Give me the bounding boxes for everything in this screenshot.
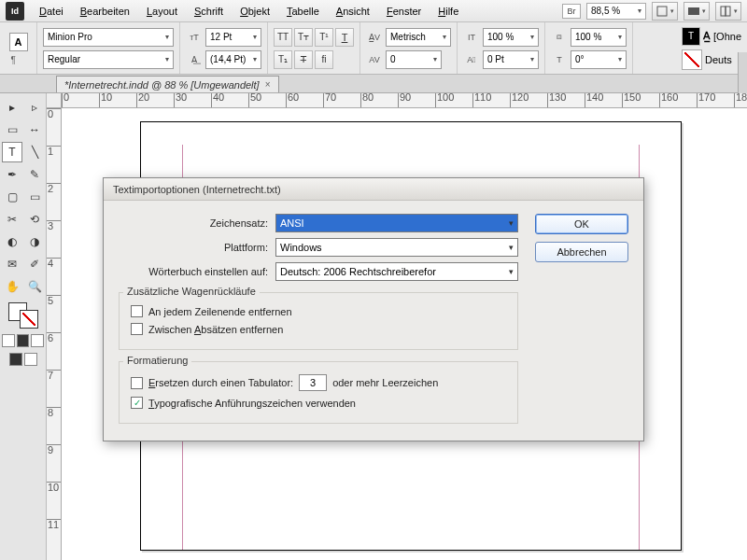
ligature-button[interactable]: fi xyxy=(315,50,333,69)
char-style-label: [Ohne xyxy=(713,31,741,42)
zeichensatz-label: Zeichensatz: xyxy=(119,217,268,229)
fill-stroke-swatch[interactable] xyxy=(8,302,38,329)
menu-schrift[interactable]: Schrift xyxy=(187,3,231,20)
hand-tool[interactable]: ✋ xyxy=(2,276,22,297)
gradient-feather-tool[interactable]: ◑ xyxy=(24,231,45,252)
svg-rect-0 xyxy=(657,7,667,16)
screen-mode-button[interactable] xyxy=(684,2,710,21)
underline-button[interactable]: T xyxy=(335,28,354,47)
pencil-tool[interactable]: ✎ xyxy=(24,164,45,185)
menu-bearbeiten[interactable]: Bearbeiten xyxy=(73,3,137,20)
gradient-swatch-tool[interactable]: ◐ xyxy=(2,231,22,252)
control-bar: A ¶ Minion Pro Regular тT12 Pt A͟(14,4 P… xyxy=(0,22,747,75)
superscript-button[interactable]: T¹ xyxy=(315,28,333,47)
menu-layout[interactable]: Layout xyxy=(139,3,185,20)
menu-datei[interactable]: Datei xyxy=(32,3,71,20)
leading-combo[interactable]: (14,4 Pt) xyxy=(205,50,261,69)
svg-rect-3 xyxy=(726,7,730,16)
baseline-icon: Aͣ xyxy=(463,55,480,64)
document-tab-label: *Internetrecht.indd @ 88 % [Umgewandelt] xyxy=(64,79,260,91)
panel-dock[interactable] xyxy=(738,52,747,93)
paragraph-mode-button[interactable]: ¶ xyxy=(11,55,26,64)
skew-icon: T xyxy=(551,55,568,64)
plattform-label: Plattform: xyxy=(119,242,268,253)
font-size-icon: тT xyxy=(186,33,203,42)
text-import-options-dialog: Textimportoptionen (Internetrecht.txt) Z… xyxy=(103,177,644,441)
kerning-combo[interactable]: Metrisch xyxy=(386,28,451,47)
gap-tool[interactable]: ↔ xyxy=(24,119,45,140)
dialog-titlebar[interactable]: Textimportoptionen (Internetrecht.txt) xyxy=(104,178,643,201)
font-size-combo[interactable]: 12 Pt xyxy=(205,28,261,47)
font-family-combo[interactable]: Minion Pro xyxy=(43,28,174,47)
vscale-icon: IT xyxy=(463,33,480,42)
arrange-button[interactable] xyxy=(715,2,741,21)
free-transform-tool[interactable]: ⟲ xyxy=(24,209,45,230)
baseline-combo[interactable]: 0 Pt xyxy=(483,50,539,69)
apply-gradient-button[interactable] xyxy=(17,334,30,347)
rectangle-tool[interactable]: ▭ xyxy=(24,187,45,207)
allcaps-button[interactable]: TT xyxy=(274,28,292,47)
remove-eol-checkbox[interactable] xyxy=(131,305,143,317)
language-label: Deuts xyxy=(705,54,732,65)
hscale-icon: ⧈ xyxy=(551,32,568,42)
apply-color-button[interactable] xyxy=(2,334,15,347)
dialog-title: Textimportoptionen (Internetrecht.txt) xyxy=(113,184,281,195)
spaces-count-input[interactable] xyxy=(299,374,327,391)
menu-tabelle[interactable]: Tabelle xyxy=(279,3,327,20)
selection-tool[interactable]: ▸ xyxy=(2,97,22,118)
document-tab-strip: *Internetrecht.indd @ 88 % [Umgewandelt]… xyxy=(0,75,747,93)
woerterbuch-dropdown[interactable]: Deutsch: 2006 Rechtschreiberefor xyxy=(275,262,518,281)
bridge-icon[interactable]: Br xyxy=(562,4,581,19)
preview-view-button[interactable] xyxy=(24,353,37,366)
font-style-combo[interactable]: Regular xyxy=(43,50,174,69)
vscale-combo[interactable]: 100 % xyxy=(483,28,539,47)
skew-combo[interactable]: 0° xyxy=(571,50,627,69)
note-tool[interactable]: ✉ xyxy=(2,254,22,274)
menu-fenster[interactable]: Fenster xyxy=(379,3,429,20)
horizontal-ruler[interactable]: 0102030405060708090100110120130140150160… xyxy=(62,93,747,108)
fill-color-button[interactable]: T xyxy=(682,27,700,46)
zoom-tool[interactable]: 🔍 xyxy=(24,276,45,297)
pen-tool[interactable]: ✒ xyxy=(2,164,22,185)
strikethrough-button[interactable]: T̶ xyxy=(294,50,313,69)
replace-tab-label-pre: Ersetzen durch einen Tabulator: xyxy=(148,377,293,388)
line-tool[interactable]: ╲ xyxy=(24,142,45,162)
cancel-button[interactable]: Abbrechen xyxy=(535,242,628,262)
stroke-swatch[interactable] xyxy=(20,310,38,329)
direct-selection-tool[interactable]: ▹ xyxy=(24,97,45,118)
stroke-color-button[interactable] xyxy=(682,49,702,70)
document-tab[interactable]: *Internetrecht.indd @ 88 % [Umgewandelt]… xyxy=(56,76,279,92)
scissors-tool[interactable]: ✂ xyxy=(2,209,22,230)
apply-none-button[interactable] xyxy=(31,334,44,347)
hscale-combo[interactable]: 100 % xyxy=(571,28,627,47)
formatierung-group: Formatierung Ersetzen durch einen Tabula… xyxy=(119,361,518,424)
tracking-combo[interactable]: 0 xyxy=(386,50,442,69)
normal-view-button[interactable] xyxy=(9,353,22,366)
close-tab-icon[interactable]: × xyxy=(265,79,271,90)
rectangle-frame-tool[interactable]: ▢ xyxy=(2,187,22,207)
kerning-icon: A̲V xyxy=(366,33,383,42)
formatierung-legend: Formatierung xyxy=(123,355,191,366)
menu-ansicht[interactable]: Ansicht xyxy=(329,3,377,20)
smallcaps-button[interactable]: Tᴛ xyxy=(294,28,313,47)
remove-between-paragraphs-checkbox[interactable] xyxy=(131,323,143,335)
ok-button[interactable]: OK xyxy=(535,214,628,234)
zoom-level-combo[interactable]: 88,5 % xyxy=(586,3,646,20)
menu-hilfe[interactable]: Hilfe xyxy=(430,3,466,20)
svg-rect-1 xyxy=(688,7,699,15)
tracking-icon: AV xyxy=(366,55,383,64)
vertical-ruler[interactable]: 01234567891011 xyxy=(47,108,62,560)
type-tool[interactable]: T xyxy=(2,142,22,162)
character-mode-button[interactable]: A xyxy=(9,33,28,51)
subscript-button[interactable]: T₁ xyxy=(274,50,292,69)
wagenruecklaeufe-group: Zusätzliche Wagenrückläufe An jedem Zeil… xyxy=(119,292,518,350)
replace-tab-checkbox[interactable] xyxy=(131,377,143,389)
zeichensatz-dropdown[interactable]: ANSI xyxy=(275,214,518,232)
ruler-origin[interactable] xyxy=(47,93,62,108)
typographic-quotes-checkbox[interactable]: ✓ xyxy=(131,397,143,409)
menu-objekt[interactable]: Objekt xyxy=(233,3,277,20)
eyedropper-tool[interactable]: ✐ xyxy=(24,254,45,274)
plattform-dropdown[interactable]: Windows xyxy=(275,238,518,257)
view-options-button[interactable] xyxy=(652,2,678,21)
page-tool[interactable]: ▭ xyxy=(2,119,22,140)
